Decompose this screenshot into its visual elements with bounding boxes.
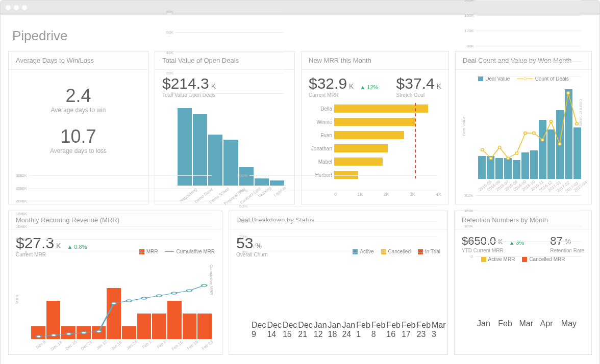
open-deals-kpi: $214.3 bbox=[162, 75, 209, 92]
card-retention[interactable]: Retention Numbers by Month $650.0 K ▲ 3%… bbox=[454, 211, 592, 355]
kpi-label: Stretch Goal bbox=[396, 92, 441, 98]
kpi-suffix: K bbox=[498, 238, 503, 246]
trend-up-icon: ▲ 0.8% bbox=[67, 244, 87, 250]
avg-win-value: 2.4 bbox=[16, 85, 141, 107]
card-title: Deal Count and Value by Won Month bbox=[456, 51, 591, 70]
retention-chart: 050k100k150k200k JanFebMarAprMay bbox=[462, 265, 584, 336]
avg-loss-value: 10.7 bbox=[16, 126, 141, 147]
kpi-label: YTD Current MRR bbox=[462, 248, 524, 253]
stretch-goal-kpi: $37.4 bbox=[396, 75, 435, 92]
kpi-suffix: % bbox=[565, 238, 571, 246]
kpi-suffix: K bbox=[211, 82, 216, 90]
card-title: Deal Breakdown by Status bbox=[229, 211, 447, 229]
card-title: Retention Numbers by Month bbox=[455, 211, 591, 229]
traffic-light-dot bbox=[6, 5, 11, 10]
window-titlebar bbox=[0, 0, 600, 15]
dashboard-viewport: Pipedrive Average Days to Win/Loss 2.4 A… bbox=[0, 15, 600, 364]
avg-loss-label: Average days to loss bbox=[16, 147, 141, 154]
card-mrr[interactable]: Monthly Recurring Revenue (MRR) $27.3 K … bbox=[8, 211, 222, 355]
card-deal-count-value[interactable]: Deal Count and Value by Won Month Deal V… bbox=[455, 51, 592, 204]
kpi-suffix: K bbox=[56, 242, 61, 250]
reference-line bbox=[415, 103, 416, 178]
deal-count-value-chart: Deal Value Count of Deals 40K80K120K160K… bbox=[463, 85, 584, 187]
trend-up-icon: ▲ 12% bbox=[360, 84, 378, 90]
trend-up-icon: ▲ 3% bbox=[509, 240, 524, 246]
traffic-light-dot bbox=[14, 5, 19, 10]
card-new-mrr[interactable]: New MRR this Month $32.9 K ▲ 12% Current… bbox=[301, 51, 449, 204]
deal-breakdown-chart: 0%20%40%60%80%100% Dec 9Dec 14Dec 15Dec … bbox=[236, 261, 440, 347]
card-title: Total Value of Open Deals bbox=[155, 51, 294, 70]
kpi-suffix: % bbox=[255, 242, 261, 250]
legend-item: Active MRR bbox=[481, 256, 515, 262]
legend-item: Cancelled MRR bbox=[522, 256, 565, 262]
y-axis-label: MRR bbox=[15, 295, 19, 304]
new-mrr-current-kpi: $32.9 bbox=[309, 75, 347, 92]
card-title: Average Days to Win/Loss bbox=[9, 51, 148, 70]
kpi-suffix: K bbox=[437, 82, 441, 90]
avg-win-label: Average days to win bbox=[16, 107, 141, 114]
card-open-deals[interactable]: Total Value of Open Deals $214.3 K Total… bbox=[155, 51, 295, 204]
kpi-label: Current MRR bbox=[309, 92, 378, 98]
card-deal-breakdown[interactable]: Deal Breakdown by Status 53 % Overall Ch… bbox=[229, 211, 448, 355]
kpi-suffix: K bbox=[349, 82, 354, 90]
kpi-label: Retention Rate bbox=[550, 248, 584, 253]
open-deals-chart: 020K40K60K80K NegotiatingDemo DoneDemo S… bbox=[162, 102, 287, 194]
card-avg-days[interactable]: Average Days to Win/Loss 2.4 Average day… bbox=[8, 51, 148, 204]
card-title: New MRR this Month bbox=[302, 51, 448, 70]
y-axis-label: Deal Value bbox=[462, 116, 466, 136]
traffic-light-dot bbox=[22, 5, 27, 10]
mrr-chart: MRR Cumulative MRR 002K5K4K10K6K15K8K20K… bbox=[16, 261, 215, 347]
new-mrr-chart: DellaWinnieEvanJonathanMabelHerbert bbox=[309, 103, 441, 190]
